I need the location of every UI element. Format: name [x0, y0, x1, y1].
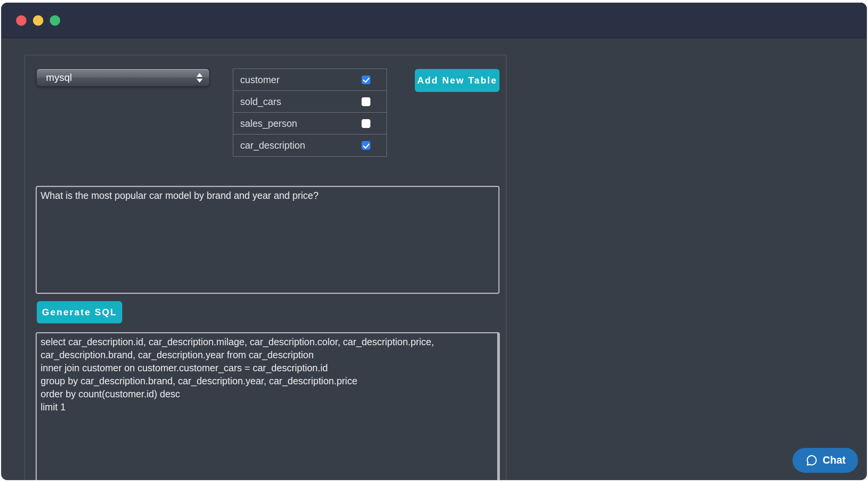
question-input[interactable]: What is the most popular car model by br… — [36, 186, 500, 294]
table-row: sold_cars — [233, 91, 387, 113]
chat-button-label: Chat — [823, 454, 846, 466]
table-name-label: sold_cars — [240, 96, 281, 107]
select-stepper-icon — [197, 73, 203, 82]
generate-sql-button[interactable]: Generate SQL — [37, 301, 122, 323]
minimize-button[interactable] — [33, 15, 43, 26]
titlebar — [1, 3, 867, 38]
arrow-down-icon — [197, 79, 203, 82]
table-row: sales_person — [233, 113, 387, 134]
table-checkbox[interactable] — [362, 119, 370, 128]
table-checkbox[interactable] — [362, 141, 370, 150]
table-name-label: customer — [240, 74, 280, 85]
table-name-label: sales_person — [240, 118, 297, 129]
tables-list: customer sold_cars sales_person car_desc… — [233, 69, 387, 157]
table-row: car_description — [233, 134, 387, 156]
sql-output[interactable]: select car_description.id, car_descripti… — [36, 332, 500, 480]
arrow-up-icon — [197, 73, 203, 77]
table-row: customer — [233, 69, 387, 91]
app-window: mysql customer sold_cars sales_person ca… — [1, 3, 867, 480]
maximize-button[interactable] — [50, 15, 60, 26]
database-select[interactable]: mysql — [36, 69, 210, 87]
table-name-label: car_description — [240, 140, 305, 151]
chat-bubble-icon — [805, 454, 818, 467]
table-checkbox[interactable] — [362, 75, 370, 84]
add-new-table-button[interactable]: Add New Table — [415, 69, 500, 92]
main-panel: mysql customer sold_cars sales_person ca… — [25, 55, 506, 480]
database-select-value: mysql — [37, 72, 72, 84]
close-button[interactable] — [16, 15, 26, 26]
chat-button[interactable]: Chat — [793, 448, 858, 473]
table-checkbox[interactable] — [362, 97, 370, 106]
